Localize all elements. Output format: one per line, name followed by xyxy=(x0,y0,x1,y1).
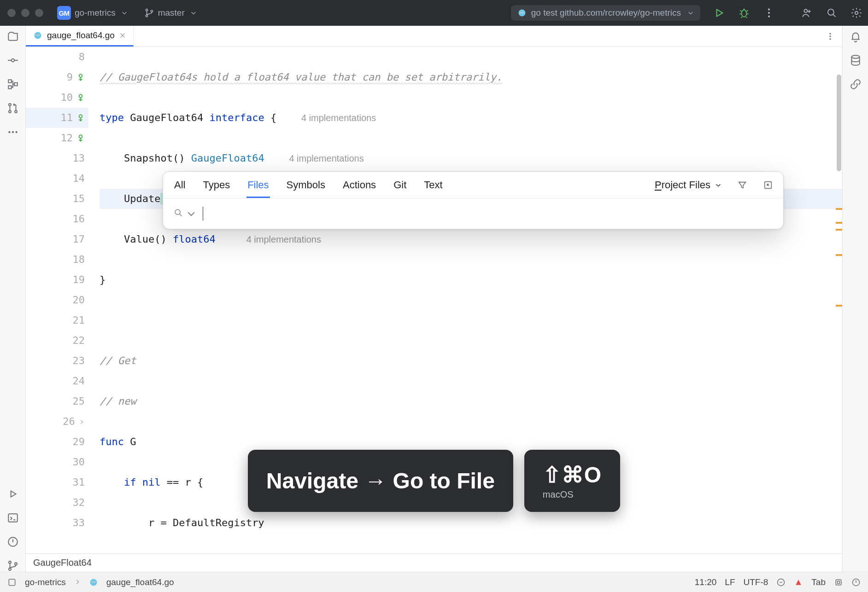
nav-bar-project[interactable]: go-metrics xyxy=(25,577,66,587)
svg-point-29 xyxy=(15,563,17,565)
left-toolbar xyxy=(0,26,26,572)
settings-button[interactable] xyxy=(850,7,862,19)
chevron-down-icon[interactable] xyxy=(186,209,196,219)
breadcrumb-item[interactable]: GaugeFloat64 xyxy=(33,557,92,568)
more-tools-icon[interactable] xyxy=(7,126,19,138)
more-actions-button[interactable] xyxy=(763,7,775,19)
minimize-window-icon[interactable] xyxy=(21,9,29,17)
problems-tool-icon[interactable] xyxy=(7,536,19,548)
project-icon: GM xyxy=(57,6,71,20)
svg-rect-25 xyxy=(8,514,18,522)
sev-tab-all[interactable]: All xyxy=(173,172,186,198)
sev-tab-text[interactable]: Text xyxy=(423,172,443,198)
run-button[interactable] xyxy=(713,7,725,19)
titlebar: GM go-metrics master go test github.com/… xyxy=(0,0,868,26)
branch-name-label: master xyxy=(158,8,185,18)
svg-point-23 xyxy=(12,131,13,133)
error-stripe-mark[interactable] xyxy=(836,229,842,231)
editor-breadcrumb[interactable]: GaugeFloat64 xyxy=(26,553,842,572)
ide-errors-icon[interactable] xyxy=(851,578,861,587)
svg-point-27 xyxy=(9,561,11,563)
close-tab-icon[interactable] xyxy=(119,32,126,39)
svg-point-7 xyxy=(523,12,523,13)
open-in-find-tool-icon[interactable] xyxy=(763,180,773,190)
indent-indicator[interactable]: Tab xyxy=(811,577,826,587)
implements-icon[interactable] xyxy=(76,114,85,122)
implements-icon[interactable] xyxy=(76,93,85,102)
svg-point-2 xyxy=(151,10,152,12)
svg-point-44 xyxy=(851,55,859,58)
sev-scope-selector[interactable]: Project Files xyxy=(655,179,721,191)
svg-point-3 xyxy=(518,10,525,17)
sev-tab-types[interactable]: Types xyxy=(202,172,231,198)
file-encoding[interactable]: UTF-8 xyxy=(744,577,768,587)
commit-tool-icon[interactable] xyxy=(7,54,19,66)
svg-point-21 xyxy=(15,110,17,113)
structure-tool-icon[interactable] xyxy=(7,78,19,90)
svg-rect-52 xyxy=(836,580,841,585)
line-separator[interactable]: LF xyxy=(725,577,735,587)
tab-options-button[interactable] xyxy=(818,26,842,46)
presentation-hint-overlay: Navigate → Go to File ⇧⌘O macOS xyxy=(26,450,842,512)
run-config-label: go test github.com/rcrowley/go-metrics xyxy=(531,8,681,18)
terminal-tool-icon[interactable] xyxy=(7,512,19,524)
error-stripe-mark[interactable] xyxy=(836,254,842,256)
project-tool-icon[interactable] xyxy=(7,30,19,42)
project-selector[interactable]: GM go-metrics xyxy=(57,6,128,20)
svg-point-10 xyxy=(768,12,770,14)
filter-icon[interactable] xyxy=(737,180,747,190)
caret-position[interactable]: 11:20 xyxy=(695,577,717,587)
hint-action-label: Navigate → Go to File xyxy=(266,468,495,493)
svg-point-19 xyxy=(9,104,11,106)
editor-tab[interactable]: gauge_float64.go xyxy=(26,26,134,46)
window-controls[interactable] xyxy=(7,9,43,17)
sev-search-input[interactable] xyxy=(210,198,773,229)
database-tool-icon[interactable] xyxy=(850,54,862,66)
svg-point-8 xyxy=(742,10,747,17)
scrollbar-thumb[interactable] xyxy=(837,75,841,171)
go-sdk-icon[interactable] xyxy=(794,578,803,587)
svg-rect-45 xyxy=(9,579,15,585)
run-configuration-selector[interactable]: go test github.com/rcrowley/go-metrics xyxy=(511,5,700,21)
endpoints-tool-icon[interactable] xyxy=(850,78,862,90)
search-everywhere-popup: All Types Files Symbols Actions Git Text… xyxy=(163,171,784,229)
error-stripe-mark[interactable] xyxy=(836,222,842,224)
svg-point-20 xyxy=(9,110,11,113)
svg-point-1 xyxy=(146,15,147,17)
search-everywhere-button[interactable] xyxy=(826,7,838,19)
sev-tab-files[interactable]: Files xyxy=(246,172,270,198)
zoom-window-icon[interactable] xyxy=(35,9,43,17)
sev-tab-actions[interactable]: Actions xyxy=(342,172,377,198)
branch-selector[interactable]: master xyxy=(144,8,197,18)
readonly-toggle-icon[interactable] xyxy=(776,578,786,587)
sev-tab-git[interactable]: Git xyxy=(393,172,407,198)
chevron-right-icon xyxy=(74,577,81,587)
implements-icon[interactable] xyxy=(76,134,85,142)
go-file-icon xyxy=(33,31,42,40)
sev-tab-symbols[interactable]: Symbols xyxy=(286,172,326,198)
svg-point-12 xyxy=(804,9,807,12)
version-control-tool-icon[interactable] xyxy=(7,560,19,572)
svg-rect-17 xyxy=(8,86,12,89)
run-tool-icon[interactable] xyxy=(7,488,19,500)
hint-os-label: macOS xyxy=(543,489,574,500)
svg-rect-53 xyxy=(838,581,840,583)
search-everywhere-tabs: All Types Files Symbols Actions Git Text… xyxy=(163,172,783,198)
nav-bar-file[interactable]: gauge_float64.go xyxy=(106,577,174,587)
error-stripe-mark[interactable] xyxy=(836,305,842,307)
memory-indicator-icon[interactable] xyxy=(834,578,843,587)
notifications-tool-icon[interactable] xyxy=(850,30,862,42)
debug-button[interactable] xyxy=(738,7,750,19)
branch-icon xyxy=(144,8,154,18)
svg-point-6 xyxy=(521,12,521,13)
close-window-icon[interactable] xyxy=(7,9,16,17)
code-with-me-button[interactable] xyxy=(801,7,813,19)
svg-point-15 xyxy=(11,59,14,62)
svg-point-11 xyxy=(768,15,770,17)
error-stripe-mark[interactable] xyxy=(836,208,842,210)
pull-requests-tool-icon[interactable] xyxy=(7,102,19,114)
search-icon xyxy=(173,208,183,220)
svg-point-0 xyxy=(146,9,147,11)
implements-icon[interactable] xyxy=(76,73,85,81)
project-root-icon[interactable] xyxy=(7,578,17,587)
